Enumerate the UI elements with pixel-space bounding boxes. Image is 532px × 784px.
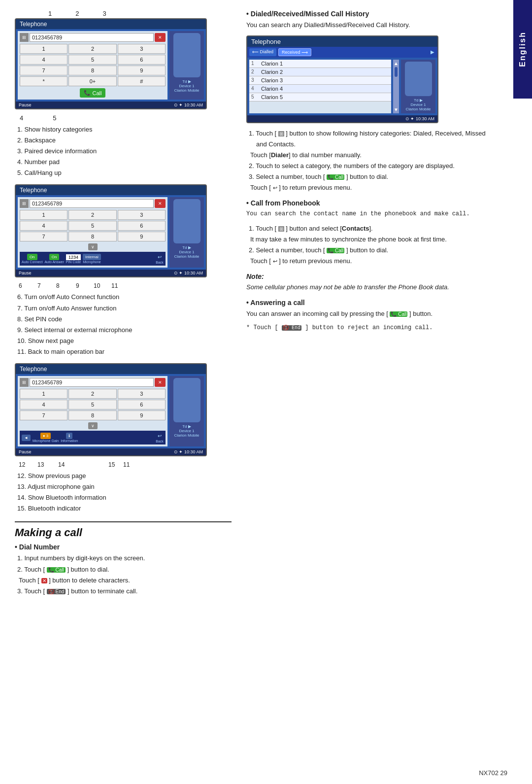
expand-arrow-3[interactable]: ∨ [88, 422, 98, 429]
d3-keypad-7[interactable]: 7 [20, 410, 67, 420]
diagram1-device-text: Td ▶Device 1Clarion Mobile [174, 79, 199, 93]
expand-arrow[interactable]: ∨ [88, 243, 98, 250]
scroll-thumb[interactable] [395, 67, 398, 77]
keypad-star[interactable]: * [20, 76, 67, 86]
d2-keypad-7[interactable]: 7 [20, 232, 67, 241]
auto-connect-btn[interactable]: On [27, 254, 37, 260]
microphone-btn[interactable]: Internal [83, 254, 101, 260]
keypad-5[interactable]: 5 [68, 55, 116, 65]
list-item-2-9: 9. Select internal or external microphon… [17, 325, 232, 336]
history-scrollbar[interactable]: ▲ ▼ [393, 60, 399, 113]
diagram1-delete-btn[interactable]: ✕ [155, 33, 166, 42]
diagram3-bottom-labels: 12 13 14 15 11 [15, 461, 232, 468]
diagram1-pause: Pause [19, 102, 32, 107]
tab-received[interactable]: Received ⟶ [278, 48, 311, 56]
keypad-6[interactable]: 6 [118, 55, 166, 65]
grid-icon-3[interactable]: ⊞ [20, 378, 29, 387]
diagram2-time: ⊙ ✦ 10:30 AM [174, 271, 203, 275]
scroll-up-arrow[interactable]: ▲ [394, 61, 399, 66]
diagram1-time-icons: ⊙ ✦ 10:30 AM [174, 102, 203, 107]
history-row-4[interactable]: 4 Clarion 4 [249, 85, 391, 93]
keypad-4[interactable]: 4 [20, 55, 67, 65]
diagram1-screen: Telephone ⊞ 0123456789 ✕ 1 2 3 4 5 6 [15, 18, 207, 109]
history-row-5[interactable]: 5 Clarion 5 [249, 93, 391, 102]
keypad-7[interactable]: 7 [20, 66, 67, 75]
making-a-call-title: Making a call [15, 526, 232, 539]
history-row-1[interactable]: 1 Clarion 1 [249, 60, 391, 68]
mic-gain-btn[interactable]: ● 3 [40, 433, 51, 439]
keypad-3[interactable]: 3 [118, 44, 166, 54]
d2-keypad-5[interactable]: 5 [68, 221, 116, 231]
prev-page-btn[interactable]: ◄ [22, 435, 31, 441]
history-footer: ⊙ ✦ 10:30 AM [247, 115, 437, 122]
phonebook-item-1: 1. Touch [ ⊞ ] button and select [Contac… [249, 223, 488, 234]
grid-icon-1[interactable]: ⊞ [20, 33, 29, 42]
d2-keypad-1[interactable]: 1 [20, 210, 67, 220]
d3-keypad-8[interactable]: 8 [68, 410, 116, 420]
back-ctrl: ↩ Back [156, 253, 164, 264]
list-item-3-12: 12. Show previous page [17, 471, 232, 481]
d2-keypad-3[interactable]: 3 [118, 210, 166, 220]
diagram3-bottom-bar: ◄ ● 3 Microphone Gain ℹ Information [20, 431, 166, 444]
note-label: Note: [246, 273, 488, 280]
tab-dialled[interactable]: ⟵ Dialled [249, 48, 276, 56]
phonebook-item-2b: Touch [ ↩ ] to return previous menu. [249, 256, 488, 267]
d3-keypad-6[interactable]: 6 [118, 400, 166, 409]
d3-keypad-1[interactable]: 1 [20, 389, 67, 399]
d3-keypad-9[interactable]: 9 [118, 410, 166, 420]
keypad-8[interactable]: 8 [68, 66, 116, 75]
grid-icon-2[interactable]: ⊞ [20, 199, 29, 208]
history-row-2[interactable]: 2 Clarion 2 [249, 68, 391, 76]
history-row-3[interactable]: 3 Clarion 3 [249, 76, 391, 85]
d2-keypad-8[interactable]: 8 [68, 232, 116, 241]
diagram3-footer: Pause ⊙ ✦ 10:30 AM [16, 448, 206, 455]
back-btn-2[interactable]: ↩ [156, 253, 164, 261]
keypad-9[interactable]: 9 [118, 66, 166, 75]
d2-keypad-6[interactable]: 6 [118, 221, 166, 231]
answering-text: You can answer an incoming call by press… [246, 309, 488, 319]
row-num-2: 2 [251, 69, 261, 74]
right-column: • Dialed/Received/Missed Call History Yo… [241, 10, 507, 603]
pin-input[interactable]: 1234 [66, 254, 81, 260]
keypad-0[interactable]: 0+ [68, 76, 116, 86]
d2-keypad-2[interactable]: 2 [68, 210, 116, 220]
dial-number-title: • Dial Number [15, 543, 232, 551]
diagram3-keypad: 1 2 3 4 5 6 7 8 9 [20, 389, 166, 420]
d3-keypad-5[interactable]: 5 [68, 400, 116, 409]
history-item-2: 2. Touch to select a category, the numbe… [249, 161, 488, 171]
tab-arrow[interactable]: ▶ [430, 48, 435, 56]
diagram2-screen: Telephone ⊞ 0123456789 ✕ 1 2 3 4 5 6 [15, 184, 207, 277]
scroll-down-arrow[interactable]: ▼ [394, 107, 399, 112]
diagram2-side-image: Td ▶Device 1Clarion Mobile [169, 197, 204, 268]
row-name-1: Clarion 1 [261, 61, 389, 67]
diagram3-delete-btn[interactable]: ✕ [155, 378, 166, 387]
info-btn[interactable]: ℹ [66, 433, 72, 439]
auto-answer-btn[interactable]: On [49, 254, 60, 260]
diagram3-side-image: Td ▶Device 1Clarion Mobile [169, 376, 204, 446]
back-btn-3[interactable]: ↩ [156, 432, 164, 440]
label-spacer-d3 [79, 461, 108, 468]
diagram1-keypad-area: ⊞ 0123456789 ✕ 1 2 3 4 5 6 7 8 9 * [18, 31, 167, 100]
call-history-text: You can search any Dialled/Missed/Receiv… [246, 20, 488, 31]
d3-keypad-3[interactable]: 3 [118, 389, 166, 399]
d3-keypad-2[interactable]: 2 [68, 389, 116, 399]
note-section: Note: Some cellular phones may not be ab… [246, 273, 488, 293]
keypad-hash[interactable]: # [118, 76, 166, 86]
d3-keypad-4[interactable]: 4 [20, 400, 67, 409]
diagram2-bottom-bar: On Auto Connect On Auto Answer 1234 PIN … [20, 252, 166, 266]
call-button-1[interactable]: 📞 Call [80, 88, 106, 98]
row-name-4: Clarion 4 [261, 86, 389, 92]
d2-keypad-4[interactable]: 4 [20, 221, 67, 231]
row-name-5: Clarion 5 [261, 94, 389, 100]
pin-label: PIN Code [66, 260, 81, 264]
row-num-4: 4 [251, 86, 261, 91]
diagram2-delete-btn[interactable]: ✕ [155, 199, 166, 208]
pin-ctrl: 1234 PIN Code [66, 254, 81, 264]
phonebook-title: • Call from Phonebook [246, 199, 488, 207]
microphone-ctrl: Internal Microphone [83, 254, 101, 264]
diagram3-screen: Telephone ⊞ 0123456789 ✕ 1 2 3 4 5 6 [15, 363, 207, 456]
keypad-2[interactable]: 2 [68, 44, 116, 54]
label-13: 13 [37, 461, 58, 468]
keypad-1[interactable]: 1 [20, 44, 67, 54]
d2-keypad-9[interactable]: 9 [118, 232, 166, 241]
